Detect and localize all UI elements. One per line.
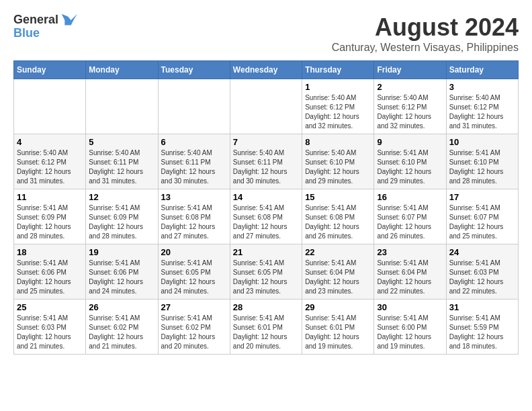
day-info: Sunrise: 5:41 AM Sunset: 6:09 PM Dayligh… (17, 203, 83, 241)
calendar-cell: 22Sunrise: 5:41 AM Sunset: 6:04 PM Dayli… (302, 244, 374, 300)
title-block: August 2024 Canturay, Western Visayas, P… (332, 13, 519, 54)
day-number: 12 (89, 192, 154, 202)
calendar-cell: 20Sunrise: 5:41 AM Sunset: 6:05 PM Dayli… (158, 244, 230, 300)
calendar-cell: 2Sunrise: 5:40 AM Sunset: 6:12 PM Daylig… (374, 79, 446, 134)
calendar-cell: 14Sunrise: 5:41 AM Sunset: 6:08 PM Dayli… (230, 189, 302, 244)
day-number: 6 (161, 137, 227, 147)
calendar-cell: 5Sunrise: 5:40 AM Sunset: 6:11 PM Daylig… (86, 134, 158, 189)
calendar-week-4: 18Sunrise: 5:41 AM Sunset: 6:06 PM Dayli… (14, 244, 519, 300)
day-info: Sunrise: 5:40 AM Sunset: 6:12 PM Dayligh… (305, 93, 371, 131)
day-header-wednesday: Wednesday (230, 61, 302, 79)
day-header-thursday: Thursday (302, 61, 374, 79)
day-number: 8 (305, 137, 371, 147)
calendar-cell: 29Sunrise: 5:41 AM Sunset: 6:01 PM Dayli… (302, 300, 374, 355)
calendar-header-row: SundayMondayTuesdayWednesdayThursdayFrid… (14, 61, 519, 79)
day-info: Sunrise: 5:40 AM Sunset: 6:11 PM Dayligh… (233, 148, 299, 186)
day-number: 10 (449, 137, 515, 147)
day-info: Sunrise: 5:40 AM Sunset: 6:11 PM Dayligh… (161, 148, 227, 186)
calendar-cell (14, 79, 86, 134)
calendar-cell: 10Sunrise: 5:41 AM Sunset: 6:10 PM Dayli… (446, 134, 518, 189)
day-info: Sunrise: 5:41 AM Sunset: 6:06 PM Dayligh… (89, 259, 154, 296)
calendar-cell: 8Sunrise: 5:40 AM Sunset: 6:10 PM Daylig… (302, 134, 374, 189)
day-info: Sunrise: 5:41 AM Sunset: 6:05 PM Dayligh… (233, 259, 299, 296)
calendar-week-2: 4Sunrise: 5:40 AM Sunset: 6:12 PM Daylig… (14, 134, 519, 189)
day-number: 24 (449, 247, 515, 257)
day-info: Sunrise: 5:40 AM Sunset: 6:12 PM Dayligh… (449, 93, 515, 131)
day-number: 26 (89, 302, 154, 312)
day-number: 30 (377, 302, 443, 312)
day-number: 18 (17, 247, 83, 257)
calendar-cell (230, 79, 302, 134)
day-info: Sunrise: 5:41 AM Sunset: 5:59 PM Dayligh… (449, 314, 515, 351)
day-number: 25 (17, 302, 83, 312)
day-number: 9 (377, 137, 443, 147)
day-number: 29 (305, 302, 371, 312)
calendar-cell: 12Sunrise: 5:41 AM Sunset: 6:09 PM Dayli… (86, 189, 158, 244)
day-number: 1 (305, 82, 371, 92)
day-info: Sunrise: 5:41 AM Sunset: 6:02 PM Dayligh… (161, 314, 227, 351)
calendar-cell: 6Sunrise: 5:40 AM Sunset: 6:11 PM Daylig… (158, 134, 230, 189)
calendar-cell: 17Sunrise: 5:41 AM Sunset: 6:07 PM Dayli… (446, 189, 518, 244)
calendar-cell: 28Sunrise: 5:41 AM Sunset: 6:01 PM Dayli… (230, 300, 302, 355)
day-header-saturday: Saturday (446, 61, 518, 79)
day-info: Sunrise: 5:41 AM Sunset: 6:00 PM Dayligh… (377, 314, 443, 351)
day-number: 16 (377, 192, 443, 202)
day-number: 15 (305, 192, 371, 202)
logo: General Blue (13, 13, 77, 40)
day-number: 13 (161, 192, 227, 202)
day-info: Sunrise: 5:40 AM Sunset: 6:12 PM Dayligh… (17, 148, 83, 186)
calendar-cell: 15Sunrise: 5:41 AM Sunset: 6:08 PM Dayli… (302, 189, 374, 244)
day-number: 31 (449, 302, 515, 312)
day-info: Sunrise: 5:41 AM Sunset: 6:08 PM Dayligh… (305, 203, 371, 241)
day-number: 19 (89, 247, 154, 257)
calendar-table: SundayMondayTuesdayWednesdayThursdayFrid… (13, 60, 519, 355)
svg-marker-0 (62, 14, 77, 26)
day-number: 11 (17, 192, 83, 202)
day-info: Sunrise: 5:41 AM Sunset: 6:10 PM Dayligh… (449, 148, 515, 186)
day-number: 27 (161, 302, 227, 312)
day-number: 2 (377, 82, 443, 92)
calendar-week-3: 11Sunrise: 5:41 AM Sunset: 6:09 PM Dayli… (14, 189, 519, 244)
page-header: General Blue August 2024 Canturay, Weste… (13, 13, 519, 54)
day-number: 3 (449, 82, 515, 92)
location: Canturay, Western Visayas, Philippines (332, 42, 519, 54)
calendar-cell: 7Sunrise: 5:40 AM Sunset: 6:11 PM Daylig… (230, 134, 302, 189)
calendar-cell: 4Sunrise: 5:40 AM Sunset: 6:12 PM Daylig… (14, 134, 86, 189)
day-info: Sunrise: 5:41 AM Sunset: 6:08 PM Dayligh… (161, 203, 227, 241)
day-info: Sunrise: 5:41 AM Sunset: 6:03 PM Dayligh… (449, 259, 515, 296)
calendar-cell: 23Sunrise: 5:41 AM Sunset: 6:04 PM Dayli… (374, 244, 446, 300)
day-info: Sunrise: 5:41 AM Sunset: 6:01 PM Dayligh… (305, 314, 371, 351)
calendar-cell: 27Sunrise: 5:41 AM Sunset: 6:02 PM Dayli… (158, 300, 230, 355)
day-info: Sunrise: 5:41 AM Sunset: 6:10 PM Dayligh… (377, 148, 443, 186)
logo-icon (58, 13, 77, 27)
calendar-cell: 1Sunrise: 5:40 AM Sunset: 6:12 PM Daylig… (302, 79, 374, 134)
day-info: Sunrise: 5:41 AM Sunset: 6:07 PM Dayligh… (377, 203, 443, 241)
day-number: 17 (449, 192, 515, 202)
day-info: Sunrise: 5:40 AM Sunset: 6:11 PM Dayligh… (89, 148, 154, 186)
calendar-cell: 9Sunrise: 5:41 AM Sunset: 6:10 PM Daylig… (374, 134, 446, 189)
calendar-cell (86, 79, 158, 134)
calendar-cell: 26Sunrise: 5:41 AM Sunset: 6:02 PM Dayli… (86, 300, 158, 355)
day-info: Sunrise: 5:41 AM Sunset: 6:02 PM Dayligh… (89, 314, 154, 351)
day-number: 4 (17, 137, 83, 147)
calendar-cell: 21Sunrise: 5:41 AM Sunset: 6:05 PM Dayli… (230, 244, 302, 300)
calendar-week-5: 25Sunrise: 5:41 AM Sunset: 6:03 PM Dayli… (14, 300, 519, 355)
day-info: Sunrise: 5:41 AM Sunset: 6:03 PM Dayligh… (17, 314, 83, 351)
day-number: 23 (377, 247, 443, 257)
day-number: 7 (233, 137, 299, 147)
day-info: Sunrise: 5:40 AM Sunset: 6:12 PM Dayligh… (377, 93, 443, 131)
calendar-cell: 30Sunrise: 5:41 AM Sunset: 6:00 PM Dayli… (374, 300, 446, 355)
calendar-cell: 18Sunrise: 5:41 AM Sunset: 6:06 PM Dayli… (14, 244, 86, 300)
day-header-tuesday: Tuesday (158, 61, 230, 79)
day-info: Sunrise: 5:41 AM Sunset: 6:05 PM Dayligh… (161, 259, 227, 296)
month-title: August 2024 (332, 13, 519, 42)
calendar-cell: 13Sunrise: 5:41 AM Sunset: 6:08 PM Dayli… (158, 189, 230, 244)
calendar-cell: 25Sunrise: 5:41 AM Sunset: 6:03 PM Dayli… (14, 300, 86, 355)
day-number: 5 (89, 137, 154, 147)
calendar-cell: 3Sunrise: 5:40 AM Sunset: 6:12 PM Daylig… (446, 79, 518, 134)
day-info: Sunrise: 5:41 AM Sunset: 6:08 PM Dayligh… (233, 203, 299, 241)
day-info: Sunrise: 5:41 AM Sunset: 6:01 PM Dayligh… (233, 314, 299, 351)
day-number: 14 (233, 192, 299, 202)
calendar-cell: 16Sunrise: 5:41 AM Sunset: 6:07 PM Dayli… (374, 189, 446, 244)
day-info: Sunrise: 5:41 AM Sunset: 6:07 PM Dayligh… (449, 203, 515, 241)
